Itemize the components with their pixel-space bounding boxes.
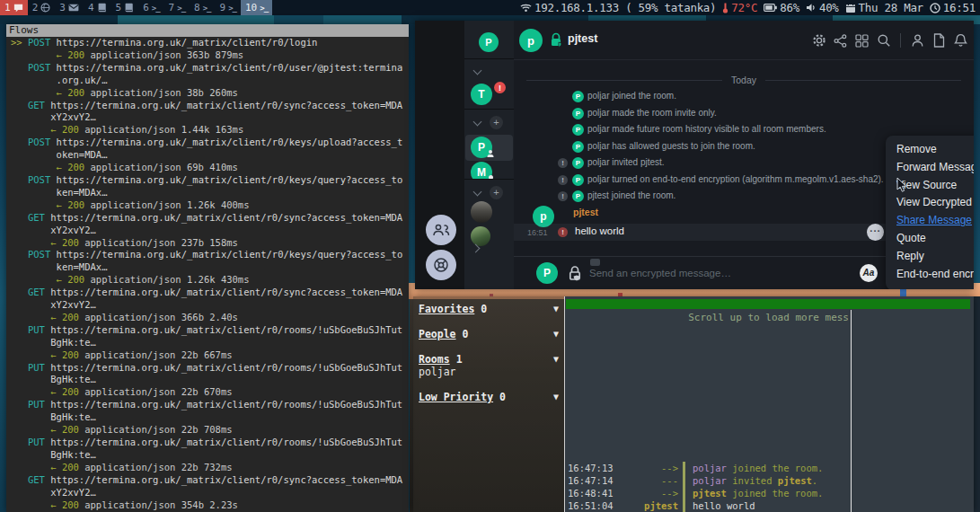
workspace-number: 7 [169, 2, 175, 13]
formatting-button[interactable]: Aa [860, 264, 878, 282]
apps-grid-icon[interactable] [854, 33, 870, 49]
collapse-caret-icon[interactable]: ▼ [553, 303, 559, 315]
room-avatar-photo-tower[interactable] [471, 201, 492, 223]
workspace-1[interactable]: 1 [0, 0, 28, 15]
event-text: pjtest joined the room. [587, 190, 675, 200]
sidebar-section-rooms[interactable]: Rooms1▼ [419, 353, 559, 366]
workspace-6[interactable]: 6>_ [138, 0, 163, 15]
sidebar-section-low-priority[interactable]: Low Priority0▼ [419, 391, 559, 403]
explore-button[interactable] [426, 250, 456, 280]
workspace-10[interactable]: 10>_ [241, 0, 272, 15]
workspace-5[interactable]: 5 [111, 0, 139, 15]
book-icon [124, 3, 134, 13]
clock-icon [930, 3, 940, 13]
chevron-down-icon[interactable] [473, 188, 482, 197]
flow-list[interactable]: >> POST https://termina.org.uk/_matrix/c… [6, 37, 409, 512]
event-text: poljar joined the room. [587, 91, 676, 101]
room-avatar-photo-landscape[interactable] [471, 226, 490, 246]
community-panel [415, 21, 464, 289]
people-button[interactable] [426, 215, 456, 245]
menu-item-share-message[interactable]: Share Message [886, 212, 974, 230]
flow-row[interactable]: >> POST https://termina.org.uk/_matrix/c… [11, 37, 409, 62]
section-count: 0 [481, 303, 487, 315]
message-timestamp: 16:51 [527, 228, 548, 237]
members-icon[interactable] [910, 33, 925, 49]
sender-name[interactable]: pjtest [573, 207, 598, 217]
section-label: Favorites [419, 303, 474, 315]
flow-row[interactable]: GET https://termina.org.uk/_matrix/clien… [11, 474, 409, 512]
section-count: 1 [456, 353, 463, 366]
room-list-item[interactable]: poljar [419, 366, 559, 378]
collapse-caret-icon[interactable]: ▼ [553, 328, 559, 340]
log-message: pjtest joined the room. [693, 487, 823, 499]
flow-row[interactable]: GET https://termina.org.uk/_matrix/clien… [11, 100, 409, 137]
search-icon[interactable] [876, 33, 891, 49]
workspace-9[interactable]: 9>_ [216, 0, 241, 15]
add-room-icon[interactable]: + [490, 186, 503, 199]
room-avatar[interactable]: p [519, 29, 543, 52]
collapse-caret-icon[interactable]: ▼ [553, 391, 559, 403]
workspace-7[interactable]: 7>_ [164, 0, 190, 15]
workspace-8[interactable]: 8>_ [190, 0, 215, 15]
workspace-number: 6 [143, 2, 149, 13]
add-room-icon[interactable]: + [490, 116, 503, 129]
room-list-sidebar[interactable]: Favorites0▼People0▼Rooms1▼poljarLow Prio… [413, 296, 564, 512]
event-text: poljar invited pjtest. [587, 157, 665, 167]
chat-icon [13, 4, 23, 13]
log-timestamp: 16:47:13 [568, 462, 615, 474]
log-divider-bar [683, 462, 685, 474]
flow-row[interactable]: PUT https://termina.org.uk/_matrix/clien… [11, 324, 409, 362]
divider [526, 80, 722, 81]
chat-log[interactable]: 16:47:13-->poljar joined the room.16:47:… [565, 462, 851, 512]
menu-item-reply[interactable]: Reply [886, 248, 974, 266]
files-icon[interactable] [931, 33, 947, 49]
workspace-number: 2 [32, 2, 39, 13]
chevron-down-icon[interactable] [473, 118, 482, 127]
calendar-icon [845, 3, 856, 13]
flow-row[interactable]: POST https://termina.org.uk/_matrix/clie… [11, 174, 409, 212]
battery-icon [764, 4, 777, 12]
workspace-2[interactable]: 2 [28, 0, 56, 15]
flow-row[interactable]: PUT https://termina.org.uk/_matrix/clien… [11, 437, 409, 474]
menu-item-end-to-end-encryption-info[interactable]: End-to-end encryption info [886, 266, 974, 284]
user-avatar[interactable]: P [479, 32, 499, 52]
composer-lock-icon [568, 265, 583, 285]
flow-row[interactable]: POST https://termina.org.uk/_matrix/clie… [11, 137, 409, 174]
composer-input[interactable] [589, 264, 832, 282]
menu-item-quote[interactable]: Quote [886, 230, 974, 248]
room-avatar-t[interactable]: T [471, 84, 492, 105]
divider [464, 58, 514, 59]
share-icon[interactable] [833, 33, 848, 49]
chevron-down-icon[interactable] [473, 66, 482, 75]
collapse-caret-icon[interactable]: ▼ [553, 353, 559, 366]
invite-person-icon [486, 149, 495, 158]
volume-level: 40% [819, 1, 839, 14]
flow-row[interactable]: GET https://termina.org.uk/_matrix/clien… [11, 212, 409, 250]
mitmproxy-window: Flows >> POST https://termina.org.uk/_ma… [6, 24, 409, 512]
room-encrypted-icon [549, 32, 563, 51]
flow-row[interactable]: PUT https://termina.org.uk/_matrix/clien… [11, 399, 409, 437]
flow-row[interactable]: GET https://termina.org.uk/_matrix/clien… [11, 287, 409, 324]
menu-item-remove[interactable]: Remove [886, 141, 974, 159]
menu-item-forward-message[interactable]: Forward Message [886, 159, 974, 177]
message-options-button[interactable]: ··· [867, 224, 884, 241]
browser-icon [40, 3, 50, 13]
flow-row[interactable]: POST https://termina.org.uk/_matrix/clie… [11, 62, 409, 100]
chat-pane: Scroll up to load more mess 16:47:13-->p… [565, 296, 974, 512]
wallpaper-detail [900, 289, 906, 296]
flow-row[interactable]: POST https://termina.org.uk/_matrix/clie… [11, 249, 409, 287]
sidebar-section-favorites[interactable]: Favorites0▼ [419, 303, 559, 315]
sidebar-section-people[interactable]: People0▼ [419, 328, 559, 340]
buffer-title-bar [566, 299, 970, 309]
workspace-3[interactable]: 3 [55, 0, 84, 15]
log-divider-bar [683, 487, 685, 499]
flow-row[interactable]: PUT https://termina.org.uk/_matrix/clien… [11, 362, 409, 400]
chat-log-line: 16:51:04pjtesthello world [565, 499, 851, 512]
settings-icon[interactable] [811, 33, 826, 49]
notifications-icon[interactable] [953, 33, 968, 49]
book-icon [97, 3, 107, 13]
workspace-4[interactable]: 4 [84, 0, 111, 15]
event-avatar: P [572, 91, 584, 102]
scroll-notice: Scroll up to load more mess [688, 312, 849, 323]
menu-item-view-decrypted-source[interactable]: View Decrypted Source [886, 194, 974, 212]
